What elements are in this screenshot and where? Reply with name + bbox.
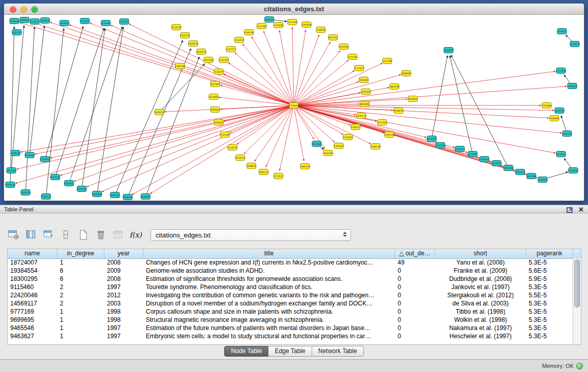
network-node[interactable]: 813044 [265,17,274,23]
network-node[interactable]: 1142551 [219,57,229,63]
row-tools-button[interactable] [59,228,73,242]
table-body[interactable]: 1872400712008Changes of HCN gene express… [8,258,573,344]
network-node[interactable]: 1908605 [246,163,256,169]
table-cell[interactable]: 2012 [104,292,143,299]
network-node[interactable]: 1638091 [141,194,151,200]
network-node[interactable]: 1867598 [389,84,400,90]
network-node[interactable]: 1154608 [273,23,284,28]
network-node[interactable]: 915549 [361,89,371,95]
network-window-titlebar[interactable]: citations_edges.txt [4,4,584,15]
table-row[interactable]: 1456911722003Disruption of a novel membe… [8,299,573,308]
import-table-button[interactable] [112,228,125,242]
table-cell[interactable]: de Silva et al. (2003) [435,300,526,307]
table-row[interactable]: 969969511998Structural magnetic resonanc… [8,316,573,324]
table-row[interactable]: 2242004622012Investigating the contribut… [8,291,573,299]
table-cell[interactable]: 5.3E-5 [526,300,573,307]
table-cell[interactable]: 5.3E-5 [526,259,573,266]
table-cell[interactable]: Structural magnetic resonance image aver… [143,316,395,323]
network-node[interactable]: 2019579 [235,155,245,161]
table-cell[interactable]: 2 [57,292,104,299]
table-cell[interactable]: Corpus callosum shape and size in male p… [143,308,395,315]
table-cell[interactable]: 1997 [104,333,143,340]
network-node[interactable]: 2201287 [220,132,230,138]
network-node[interactable]: 1605570 [188,41,199,47]
close-panel-icon[interactable]: ✕ [578,206,584,213]
network-node[interactable]: 2104246 [384,132,395,138]
table-cell[interactable]: 5.3E-5 [526,316,573,323]
table-cell[interactable]: Yano et al. (2008) [435,259,526,266]
network-node[interactable]: 1312989 [256,24,267,29]
network-node[interactable]: 2004056 [537,177,548,183]
network-node[interactable]: 1451274 [554,108,564,114]
network-node[interactable]: 954632 [557,29,567,34]
network-node[interactable]: 1908654 [408,96,418,102]
network-node[interactable]: 1534465 [312,141,322,147]
network-node[interactable]: 1958879 [394,108,404,114]
network-node[interactable]: 1707919 [435,143,446,148]
network-node[interactable]: 1894503 [77,186,87,192]
column-header-pagerank[interactable]: pagerank [526,249,573,258]
table-cell[interactable]: 1998 [104,308,143,315]
network-node[interactable]: 1211621 [354,65,364,71]
network-node[interactable]: 2021507 [377,120,387,125]
network-node[interactable]: 2115675 [30,19,40,25]
network-node[interactable]: 2059053 [20,190,31,195]
scrollbar-thumb[interactable] [574,259,580,308]
table-cell[interactable]: 19384554 [8,267,57,274]
network-node[interactable]: 2049031 [64,181,74,186]
table-cell[interactable]: Dudbridge et al. (2008) [435,275,526,282]
table-cell[interactable]: 0 [395,292,435,299]
network-node[interactable]: 1595042 [334,143,344,149]
table-cell[interactable]: 9465546 [8,324,57,332]
network-node[interactable]: 1138111 [351,124,361,130]
table-cell[interactable]: 0 [395,300,435,307]
network-node[interactable]: 1207771 [226,47,236,52]
table-cell[interactable]: 18724007 [8,259,57,266]
network-node[interactable]: 1950240 [50,174,60,180]
table-cell[interactable]: 2008 [104,275,143,282]
table-row[interactable]: 1830029562008Estimation of significance … [8,275,573,283]
table-cell[interactable]: 5.3E-5 [526,283,573,291]
zoom-window-button[interactable] [31,6,38,13]
network-node[interactable]: 1944879 [444,48,454,53]
close-window-button[interactable] [10,6,16,13]
table-cell[interactable]: Wolkin et al. (1998) [435,316,526,323]
network-node[interactable]: 1808489 [401,71,411,76]
table-cell[interactable]: 9115460 [8,283,57,291]
table-row[interactable]: 977716911998Corpus callosum shape and si… [8,308,573,316]
network-node[interactable]: 939969 [210,107,220,113]
table-cell[interactable]: 1998 [104,316,143,323]
network-node[interactable]: 1235191 [234,37,244,43]
table-row[interactable]: 911546021997Tourette syndrome. Phenomeno… [8,283,573,291]
network-node[interactable]: 1595883 [541,103,552,108]
table-cell[interactable]: 1997 [104,283,143,291]
network-node[interactable]: 1595013 [110,192,120,198]
table-row[interactable]: 946362711997Embryonic stem cells: a mode… [8,332,573,340]
table-cell[interactable]: 2003 [104,300,143,307]
network-node[interactable]: 1713527 [273,173,284,179]
network-node[interactable]: 1297848 [301,22,312,28]
network-node[interactable]: 1364354 [567,83,577,89]
network-node[interactable]: 1934651 [59,20,70,26]
network-node[interactable]: 1039120 [356,113,366,119]
network-node[interactable]: 1905899 [92,191,102,197]
table-cell[interactable]: 0 [395,316,435,323]
new-document-button[interactable] [77,228,90,242]
network-node[interactable]: 1101581 [347,54,358,60]
float-panel-icon[interactable] [567,207,573,213]
network-node[interactable]: 1747484 [382,58,393,64]
table-cell[interactable]: 2008 [104,259,143,266]
network-node[interactable]: 1830202 [155,110,165,115]
column-header-short[interactable]: short [435,249,526,258]
tab-edge-table[interactable]: Edge Table [268,346,312,357]
network-node[interactable]: 1867698 [504,165,514,171]
network-node[interactable]: 1667911 [455,146,465,152]
network-node[interactable]: 1640213 [197,49,207,55]
table-cell[interactable]: 5.9E-5 [526,275,573,282]
network-node[interactable]: 1909416 [515,169,525,175]
network-node[interactable]: 1272430 [556,68,566,74]
network-node[interactable]: 2192697 [80,18,90,24]
table-cell[interactable]: Embryonic stem cells: a model to study s… [143,333,395,340]
tab-network-table[interactable]: Network Table [312,346,364,357]
function-builder-button[interactable]: f(x) [129,228,142,242]
